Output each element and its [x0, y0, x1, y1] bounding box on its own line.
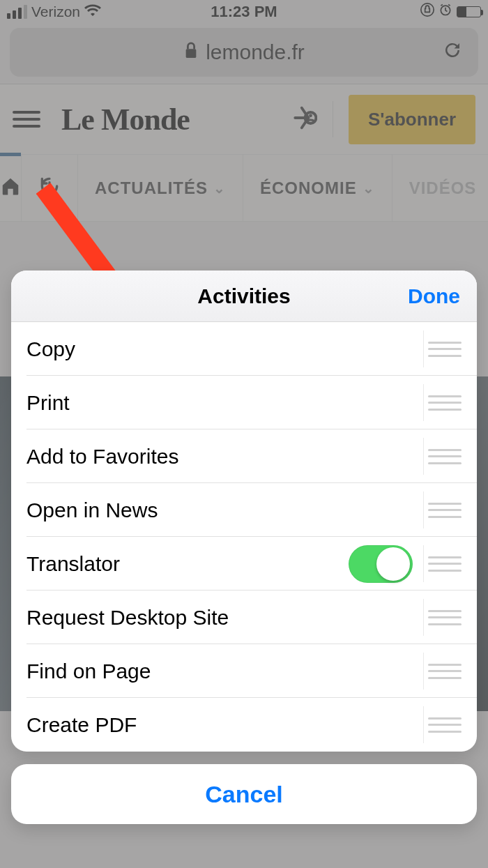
drag-handle-icon[interactable]	[428, 342, 462, 357]
drag-handle-icon[interactable]	[428, 717, 462, 733]
drag-handle-icon[interactable]	[428, 556, 462, 572]
translator-toggle[interactable]	[349, 545, 413, 583]
activity-label: Translator	[26, 552, 349, 576]
panel-title: Activities	[197, 284, 290, 308]
activity-row-translator[interactable]: Translator	[11, 537, 477, 591]
activity-label: Create PDF	[26, 713, 421, 737]
activity-row-find[interactable]: Find on Page	[11, 644, 477, 698]
activity-label: Request Desktop Site	[26, 606, 421, 630]
activity-row-news[interactable]: Open in News	[11, 483, 477, 537]
drag-handle-icon[interactable]	[428, 395, 462, 411]
activity-label: Find on Page	[26, 660, 421, 683]
activity-label: Open in News	[26, 498, 421, 522]
activities-panel: Activities Done Copy Print Add to Favori…	[11, 271, 477, 752]
activity-label: Add to Favorites	[26, 445, 421, 469]
activity-label: Print	[26, 391, 421, 415]
activities-list: Copy Print Add to Favorites Open in News	[11, 322, 477, 752]
drag-handle-icon[interactable]	[428, 664, 462, 679]
activity-row-pdf[interactable]: Create PDF	[11, 698, 477, 752]
done-button[interactable]: Done	[408, 284, 460, 308]
action-sheet: Activities Done Copy Print Add to Favori…	[11, 271, 477, 855]
activity-row-desktop[interactable]: Request Desktop Site	[11, 591, 477, 644]
drag-handle-icon[interactable]	[428, 503, 462, 518]
activity-row-print[interactable]: Print	[11, 376, 477, 429]
drag-handle-icon[interactable]	[428, 610, 462, 625]
cancel-button[interactable]: Cancel	[11, 764, 477, 824]
activity-row-favorites[interactable]: Add to Favorites	[11, 429, 477, 483]
panel-header: Activities Done	[11, 271, 477, 322]
activity-row-copy[interactable]: Copy	[11, 322, 477, 376]
activity-label: Copy	[26, 337, 421, 361]
drag-handle-icon[interactable]	[428, 449, 462, 464]
